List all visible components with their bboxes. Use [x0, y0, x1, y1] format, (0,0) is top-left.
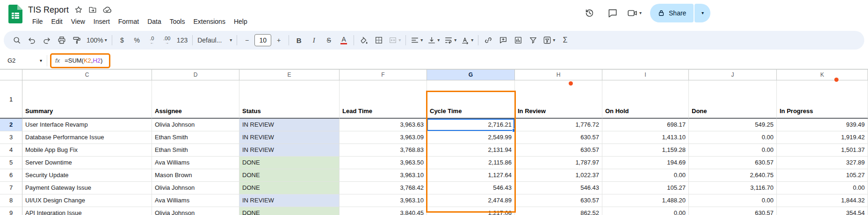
zoom-select[interactable]: 100% ▾ [84, 33, 109, 47]
cell-on-hold[interactable]: 105.27 [602, 182, 689, 194]
cell-done[interactable]: 630.57 [689, 207, 777, 215]
italic-button[interactable]: I [306, 33, 321, 47]
bold-button[interactable]: B [291, 33, 306, 47]
cell-lead-time[interactable]: 3,963.63 [340, 119, 427, 131]
cell-on-hold[interactable]: 1,159.28 [602, 144, 689, 157]
cell-cycle-time[interactable]: 2,716.21 [427, 119, 515, 131]
menu-extensions[interactable]: Extensions [189, 17, 229, 26]
cell-done[interactable]: 549.25 [689, 119, 777, 131]
star-icon[interactable] [74, 6, 83, 14]
cell-summary[interactable]: Security Update [22, 169, 152, 182]
cell-in-review[interactable]: 1,787.97 [515, 157, 602, 169]
menu-edit[interactable]: Edit [47, 17, 67, 26]
cell-status[interactable]: IN REVIEW [239, 194, 340, 207]
menu-insert[interactable]: Insert [89, 17, 114, 26]
vertical-align-button[interactable]: ▾ [425, 33, 442, 47]
cell-on-hold[interactable]: 1,488.20 [602, 194, 689, 207]
cell-assignee-header[interactable]: Assignee [152, 80, 239, 119]
name-box[interactable]: G2 ▾ [0, 57, 47, 64]
cell-in-progress[interactable]: 939.49 [777, 119, 868, 131]
column-header-k[interactable]: K [777, 69, 868, 80]
row-number[interactable]: 4 [0, 144, 22, 157]
cell-on-hold[interactable]: 0.00 [602, 169, 689, 182]
more-formats-button[interactable]: 123 [174, 33, 190, 47]
row-number[interactable]: 7 [0, 182, 22, 194]
text-color-button[interactable]: A [336, 33, 351, 47]
undo-button[interactable] [24, 33, 39, 47]
font-size-input[interactable]: 10 [254, 34, 271, 46]
cell-in-progress[interactable]: 1,844.32 [777, 194, 868, 207]
menu-help[interactable]: Help [230, 17, 252, 26]
cell-assignee[interactable]: Ethan Smith [152, 144, 239, 157]
row-number[interactable]: 8 [0, 194, 22, 207]
format-currency-button[interactable]: $ [115, 33, 130, 47]
column-header-c[interactable]: C [22, 69, 152, 80]
cell-assignee[interactable]: Ethan Smith [152, 131, 239, 144]
cell-cycle-time[interactable]: 1,217.06 [427, 207, 515, 215]
strikethrough-button[interactable]: S [321, 33, 336, 47]
cell-lead-time[interactable]: 3,963.50 [340, 157, 427, 169]
cell-cycle-time-header[interactable]: Cycle Time [427, 80, 515, 119]
cell-in-progress[interactable]: 0.00 [777, 182, 868, 194]
row-number[interactable]: 3 [0, 131, 22, 144]
cell-summary[interactable]: User Interface Revamp [22, 119, 152, 131]
cell-lead-time[interactable]: 3,963.10 [340, 194, 427, 207]
cell-lead-time-header[interactable]: Lead Time [340, 80, 427, 119]
row-number[interactable]: 6 [0, 169, 22, 182]
cell-status-header[interactable]: Status [239, 80, 340, 119]
format-percent-button[interactable]: % [130, 33, 145, 47]
cell-on-hold[interactable]: 0.00 [602, 207, 689, 215]
cell-status[interactable]: IN REVIEW [239, 119, 340, 131]
cell-status[interactable]: IN REVIEW [239, 131, 340, 144]
menu-tools[interactable]: Tools [166, 17, 189, 26]
row-number[interactable]: 1 [0, 80, 22, 119]
cell-done[interactable]: 3,116.70 [689, 182, 777, 194]
cell-in-progress[interactable]: 1,501.37 [777, 144, 868, 157]
cell-done[interactable]: 0.00 [689, 194, 777, 207]
insert-comment-button[interactable] [496, 33, 511, 47]
cell-in-progress[interactable]: 105.27 [777, 169, 868, 182]
cell-summary[interactable]: API Integration Issue [22, 207, 152, 215]
redo-button[interactable] [39, 33, 54, 47]
font-select[interactable]: Defaul... ▾ [195, 33, 234, 47]
decrease-font-size-button[interactable]: − [239, 33, 254, 47]
cell-assignee[interactable]: Olivia Johnson [152, 182, 239, 194]
formula-input[interactable]: =SUM(K2,H2) [65, 57, 102, 64]
cell-status[interactable]: IN REVIEW [239, 144, 340, 157]
cell-cycle-time[interactable]: 1,127.64 [427, 169, 515, 182]
menus-search-button[interactable] [9, 33, 24, 47]
column-header-g[interactable]: G [427, 69, 515, 80]
column-header-j[interactable]: J [689, 69, 777, 80]
cell-in-progress[interactable]: 354.54 [777, 207, 868, 215]
cell-done[interactable]: 0.00 [689, 144, 777, 157]
cell-done[interactable]: 0.00 [689, 131, 777, 144]
cell-in-progress[interactable]: 327.89 [777, 157, 868, 169]
cell-summary[interactable]: Mobile App Bug Fix [22, 144, 152, 157]
row-number[interactable]: 5 [0, 157, 22, 169]
cell-in-review[interactable]: 630.57 [515, 144, 602, 157]
cell-assignee[interactable]: Olivia Johnson [152, 207, 239, 215]
text-rotation-button[interactable]: ▾ [459, 33, 476, 47]
cell-summary-header[interactable]: Summary [22, 80, 152, 119]
column-header-f[interactable]: F [340, 69, 427, 80]
cell-on-hold-header[interactable]: On Hold [602, 80, 689, 119]
cell-summary[interactable]: Database Performance Issue [22, 131, 152, 144]
insert-chart-button[interactable] [511, 33, 526, 47]
print-button[interactable] [54, 33, 69, 47]
column-header-h[interactable]: H [515, 69, 602, 80]
cell-done[interactable]: 630.57 [689, 157, 777, 169]
cell-in-review[interactable]: 630.57 [515, 194, 602, 207]
create-filter-button[interactable] [526, 33, 541, 47]
column-header-i[interactable]: I [602, 69, 689, 80]
cell-on-hold[interactable]: 194.69 [602, 157, 689, 169]
cell-on-hold[interactable]: 698.17 [602, 119, 689, 131]
cell-lead-time[interactable]: 3,963.10 [340, 169, 427, 182]
cell-summary[interactable]: UI/UX Design Change [22, 194, 152, 207]
cell-summary[interactable]: Server Downtime [22, 157, 152, 169]
cell-assignee[interactable]: Ava Williams [152, 157, 239, 169]
merge-cells-button[interactable]: ▾ [386, 33, 403, 47]
select-all-corner[interactable] [0, 69, 22, 80]
cell-summary[interactable]: Payment Gateway Issue [22, 182, 152, 194]
share-button[interactable]: Share [650, 4, 694, 22]
text-wrapping-button[interactable]: ▾ [442, 33, 459, 47]
